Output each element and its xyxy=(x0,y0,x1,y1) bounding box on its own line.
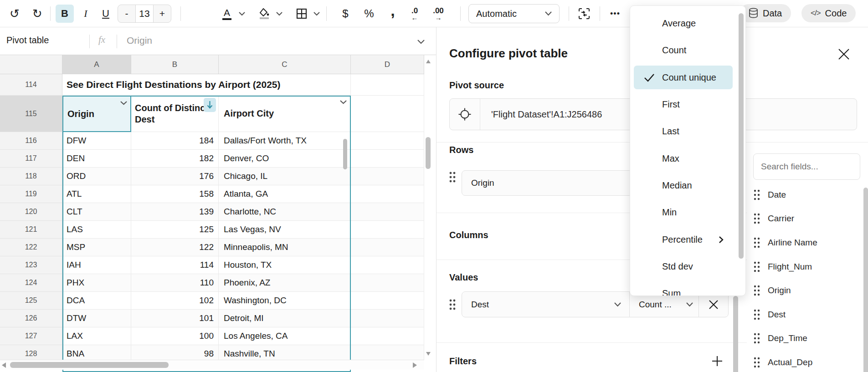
field-list-item[interactable]: Actual_Dep xyxy=(753,353,844,372)
currency-format-button[interactable]: $ xyxy=(336,5,354,23)
column-header-a[interactable]: A xyxy=(62,55,131,74)
more-options-button[interactable]: ••• xyxy=(606,5,624,23)
cell-city[interactable]: Detroit, MI xyxy=(219,310,351,327)
empty-cell[interactable] xyxy=(351,221,424,239)
decrease-decimals-button[interactable]: .0← xyxy=(406,5,424,23)
scroll-right-arrow[interactable] xyxy=(413,362,417,368)
fill-color-dropdown[interactable] xyxy=(273,5,285,23)
drag-handle-icon[interactable] xyxy=(753,236,760,249)
number-format-select[interactable]: Automatic xyxy=(468,4,560,23)
field-list-item[interactable]: Origin xyxy=(753,281,844,300)
text-color-button[interactable]: A xyxy=(218,5,236,23)
percent-format-button[interactable]: % xyxy=(360,5,378,23)
empty-cell[interactable] xyxy=(351,274,424,292)
drag-handle-icon[interactable] xyxy=(753,284,760,297)
row-header[interactable]: 126 xyxy=(0,310,62,327)
empty-cell[interactable] xyxy=(351,168,424,185)
fields-scrollbar-thumb[interactable] xyxy=(863,188,868,372)
scroll-up-arrow[interactable] xyxy=(426,60,431,63)
cell-city[interactable]: Houston, TX xyxy=(219,256,351,274)
close-icon[interactable] xyxy=(837,48,850,61)
cell-origin[interactable]: IAH xyxy=(62,256,131,274)
select-range-button[interactable] xyxy=(450,99,480,130)
cell-city[interactable]: Charlotte, NC xyxy=(219,203,351,221)
cell-origin[interactable]: DEN xyxy=(62,150,131,168)
column-menu-chevron-icon[interactable] xyxy=(340,100,347,104)
vertical-scrollbar[interactable] xyxy=(424,55,432,372)
underline-button[interactable]: U xyxy=(97,5,115,23)
cell-city[interactable]: Minneapolis, MN xyxy=(219,239,351,256)
cell-count[interactable]: 114 xyxy=(131,256,219,274)
menu-item-count[interactable]: Count xyxy=(634,38,733,62)
row-header[interactable]: 121 xyxy=(0,221,62,239)
empty-cell[interactable] xyxy=(351,292,424,310)
field-list-item[interactable]: Date xyxy=(753,186,844,204)
menu-item-average[interactable]: Average xyxy=(634,11,733,35)
undo-button[interactable]: ↺ xyxy=(5,5,24,23)
field-list-item[interactable]: Airline Name xyxy=(753,234,844,252)
cell-origin[interactable]: CLT xyxy=(62,203,131,221)
row-header[interactable]: 114 xyxy=(0,74,62,96)
font-size-value[interactable]: 13 xyxy=(135,5,154,22)
pivot-header-city-cell[interactable]: Airport City xyxy=(219,96,351,132)
row-header[interactable]: 116 xyxy=(0,132,62,150)
cell-city[interactable]: Atlanta, GA xyxy=(219,185,351,203)
increase-decimals-button[interactable]: .00→ xyxy=(429,5,447,23)
font-size-decrease-button[interactable]: - xyxy=(118,5,135,22)
empty-cell[interactable] xyxy=(351,256,424,274)
empty-cell[interactable] xyxy=(351,327,424,345)
scroll-down-arrow[interactable] xyxy=(426,352,431,356)
menu-item-last[interactable]: Last xyxy=(634,119,733,143)
cell-origin[interactable]: MSP xyxy=(62,239,131,256)
scroll-left-arrow[interactable] xyxy=(2,362,6,368)
row-header[interactable]: 122 xyxy=(0,239,62,256)
drag-handle-icon[interactable] xyxy=(448,170,457,184)
sort-descending-icon[interactable] xyxy=(204,98,216,112)
empty-cell[interactable] xyxy=(351,239,424,256)
cell-city[interactable]: Los Angeles, CA xyxy=(219,327,351,345)
row-header[interactable]: 127 xyxy=(0,327,62,345)
cell-city[interactable]: Chicago, IL xyxy=(219,168,351,185)
redo-button[interactable]: ↻ xyxy=(28,5,46,23)
drag-handle-icon[interactable] xyxy=(753,332,760,345)
menu-item-count-unique[interactable]: Count unique xyxy=(634,66,733,89)
empty-cell[interactable] xyxy=(351,96,424,132)
cell-count[interactable]: 122 xyxy=(131,239,219,256)
field-list-item[interactable]: Flight_Num xyxy=(753,258,844,276)
cell-count[interactable]: 102 xyxy=(131,292,219,310)
menu-item-first[interactable]: First xyxy=(634,92,733,116)
cell-city[interactable]: Las Vegas, NV xyxy=(219,221,351,239)
row-header[interactable]: 120 xyxy=(0,203,62,221)
cell-origin[interactable]: DTW xyxy=(62,310,131,327)
cell-count[interactable]: 184 xyxy=(131,132,219,150)
row-header[interactable]: 119 xyxy=(0,185,62,203)
cell-name-box[interactable]: Pivot table xyxy=(6,35,49,46)
empty-cell[interactable] xyxy=(351,74,424,96)
column-menu-chevron-icon[interactable] xyxy=(120,101,127,105)
grid-corner[interactable] xyxy=(0,55,62,74)
menu-item-percentile[interactable]: Percentile xyxy=(634,228,733,251)
borders-dropdown[interactable] xyxy=(311,5,323,23)
cell-count[interactable]: 110 xyxy=(131,274,219,292)
cell-city[interactable]: Phoenix, AZ xyxy=(219,274,351,292)
menu-item-min[interactable]: Min xyxy=(634,200,733,224)
cell-count[interactable]: 158 xyxy=(131,185,219,203)
code-button[interactable]: </> Code xyxy=(801,4,856,22)
drag-handle-icon[interactable] xyxy=(753,189,760,201)
panel-scrollbar-thumb[interactable] xyxy=(733,296,738,372)
pivot-header-count-cell[interactable]: Count of Distinct Dest xyxy=(131,96,219,132)
menu-item-median[interactable]: Median xyxy=(634,173,733,197)
menu-item-sum[interactable]: Sum xyxy=(634,281,733,296)
field-list-item[interactable]: Dest xyxy=(753,306,844,324)
drag-handle-icon[interactable] xyxy=(753,212,760,225)
data-button[interactable]: Data xyxy=(740,4,791,22)
drag-handle-icon[interactable] xyxy=(753,260,760,273)
comma-format-button[interactable]: , xyxy=(384,5,402,23)
formula-expand-chevron[interactable] xyxy=(417,40,425,44)
row-header[interactable]: 117 xyxy=(0,150,62,168)
cell-city[interactable]: Denver, CO xyxy=(219,150,351,168)
drag-handle-icon[interactable] xyxy=(448,298,457,311)
add-filter-button[interactable] xyxy=(711,355,723,367)
cell-origin[interactable]: DFW xyxy=(62,132,131,150)
search-fields-input[interactable] xyxy=(761,162,853,172)
